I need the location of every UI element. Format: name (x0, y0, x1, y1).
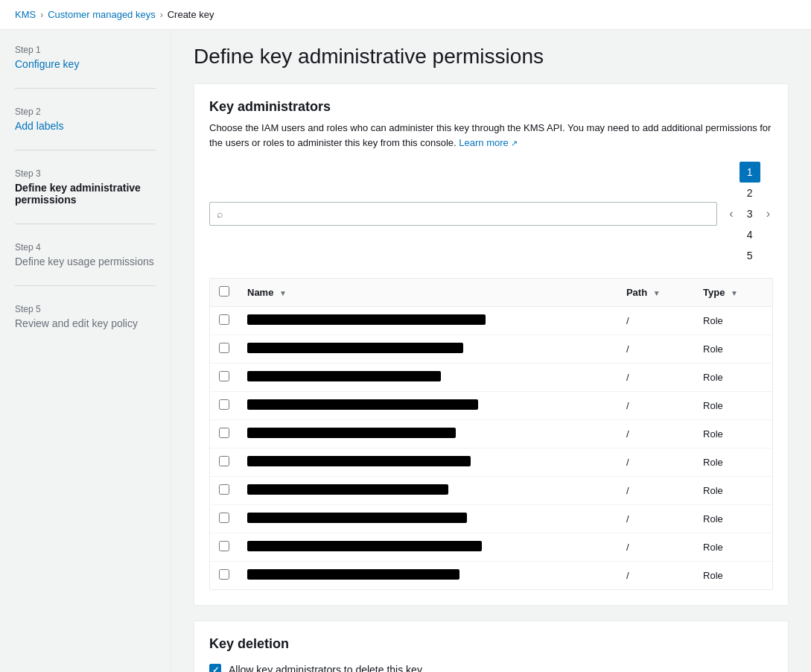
step-title-5: Review and edit key policy (15, 317, 156, 329)
row-path-1: / (617, 307, 694, 335)
search-wrap: ⌕ (209, 202, 717, 226)
row-name-10 (238, 562, 617, 590)
row-name-2 (238, 335, 617, 364)
sidebar-step-2[interactable]: Step 2Add labels (15, 107, 156, 150)
row-type-7: Role (694, 477, 772, 505)
table-header-select (210, 279, 238, 307)
row-path-2: / (617, 335, 694, 364)
row-name-7 (238, 477, 617, 505)
row-type-8: Role (694, 505, 772, 533)
allow-deletion-label: Allow key administrators to delete this … (229, 664, 424, 672)
step-label-1: Step 1 (15, 45, 156, 55)
row-checkbox-1[interactable] (219, 314, 229, 325)
search-icon: ⌕ (217, 208, 223, 220)
step-label-4: Step 4 (15, 242, 156, 253)
row-checkbox-6[interactable] (219, 456, 229, 466)
name-sort-icon[interactable]: ▼ (279, 289, 287, 297)
table-row: /Role (210, 562, 772, 590)
pagination-page-3[interactable]: 3 (740, 203, 760, 224)
row-type-3: Role (694, 364, 772, 392)
sidebar-step-3[interactable]: Step 3Define key administrative permissi… (15, 168, 156, 224)
search-pagination-row: ⌕ ‹ 12345 › (209, 162, 773, 266)
row-path-6: / (617, 448, 694, 477)
row-checkbox-9[interactable] (219, 541, 229, 551)
row-type-6: Role (694, 448, 772, 477)
search-input[interactable] (209, 202, 717, 226)
path-sort-icon[interactable]: ▼ (653, 289, 661, 297)
table-row: /Role (210, 420, 772, 448)
row-name-9 (238, 533, 617, 562)
step-title-3[interactable]: Define key administrative permissions (15, 182, 156, 206)
row-checkbox-8[interactable] (219, 513, 229, 523)
row-checkbox-3[interactable] (219, 371, 229, 381)
row-type-4: Role (694, 392, 772, 420)
table-row: /Role (210, 505, 772, 533)
learn-more-link[interactable]: Learn more (459, 137, 518, 148)
row-type-9: Role (694, 533, 772, 562)
row-type-10: Role (694, 562, 772, 590)
row-type-1: Role (694, 307, 772, 335)
row-name-3 (238, 364, 617, 392)
table-row: /Role (210, 364, 772, 392)
key-deletion-title: Key deletion (209, 636, 773, 652)
main-content: Define key administrative permissions Ke… (171, 0, 811, 672)
step-label-2: Step 2 (15, 107, 156, 117)
row-type-5: Role (694, 420, 772, 448)
table-row: /Role (210, 392, 772, 420)
row-name-8 (238, 505, 617, 533)
row-name-4 (238, 392, 617, 420)
row-checkbox-7[interactable] (219, 484, 229, 495)
step-title-1[interactable]: Configure key (15, 58, 156, 70)
step-title-4: Define key usage permissions (15, 256, 156, 267)
sidebar-step-4: Step 4Define key usage permissions (15, 242, 156, 286)
row-name-6 (238, 448, 617, 477)
row-name-1 (238, 307, 617, 335)
step-title-2[interactable]: Add labels (15, 120, 156, 132)
pagination-prev-arrow[interactable]: ‹ (726, 204, 736, 224)
allow-deletion-row: Allow key administrators to delete this … (209, 664, 773, 672)
allow-deletion-checkbox[interactable] (209, 664, 221, 672)
table-row: /Role (210, 307, 772, 335)
key-deletion-card: Key deletion Allow key administrators to… (194, 621, 789, 672)
row-checkbox-4[interactable] (219, 399, 229, 410)
row-checkbox-5[interactable] (219, 428, 229, 438)
pagination-page-1[interactable]: 1 (740, 162, 760, 183)
row-checkbox-2[interactable] (219, 343, 229, 353)
breadcrumb-cmk-link[interactable]: Customer managed keys (48, 9, 156, 20)
key-administrators-card: Key administrators Choose the IAM users … (194, 83, 789, 606)
sidebar-step-1[interactable]: Step 1Configure key (15, 45, 156, 89)
table-row: /Role (210, 477, 772, 505)
pagination-page-5[interactable]: 5 (740, 245, 760, 266)
row-path-4: / (617, 392, 694, 420)
row-path-8: / (617, 505, 694, 533)
row-path-7: / (617, 477, 694, 505)
pagination-next-arrow[interactable]: › (763, 204, 773, 224)
administrators-table: Name ▼ Path ▼ Type ▼ /Role/Role/Role/Rol… (209, 278, 773, 590)
row-path-5: / (617, 420, 694, 448)
type-sort-icon[interactable]: ▼ (731, 289, 738, 297)
pagination-page-2[interactable]: 2 (740, 183, 760, 203)
page-title: Define key administrative permissions (194, 45, 789, 69)
step-label-5: Step 5 (15, 304, 156, 314)
breadcrumb-sep-2: › (160, 10, 163, 20)
row-path-9: / (617, 533, 694, 562)
table-header-type: Type ▼ (694, 279, 772, 307)
key-administrators-title: Key administrators (209, 99, 773, 115)
breadcrumb-kms-link[interactable]: KMS (15, 9, 36, 20)
step-label-3: Step 3 (15, 168, 156, 179)
table-header-name: Name ▼ (238, 279, 617, 307)
row-checkbox-10[interactable] (219, 569, 229, 580)
row-path-10: / (617, 562, 694, 590)
pagination-page-4[interactable]: 4 (740, 224, 760, 245)
row-name-5 (238, 420, 617, 448)
breadcrumb: KMS › Customer managed keys › Create key (0, 0, 811, 30)
sidebar: Step 1Configure keyStep 2Add labelsStep … (0, 0, 171, 672)
table-row: /Role (210, 533, 772, 562)
sidebar-step-5: Step 5Review and edit key policy (15, 304, 156, 347)
select-all-checkbox[interactable] (219, 286, 229, 297)
table-row: /Role (210, 335, 772, 364)
breadcrumb-current: Create key (168, 9, 214, 20)
pagination-controls: ‹ 12345 › (726, 162, 773, 266)
row-type-2: Role (694, 335, 772, 364)
breadcrumb-sep-1: › (40, 10, 43, 20)
